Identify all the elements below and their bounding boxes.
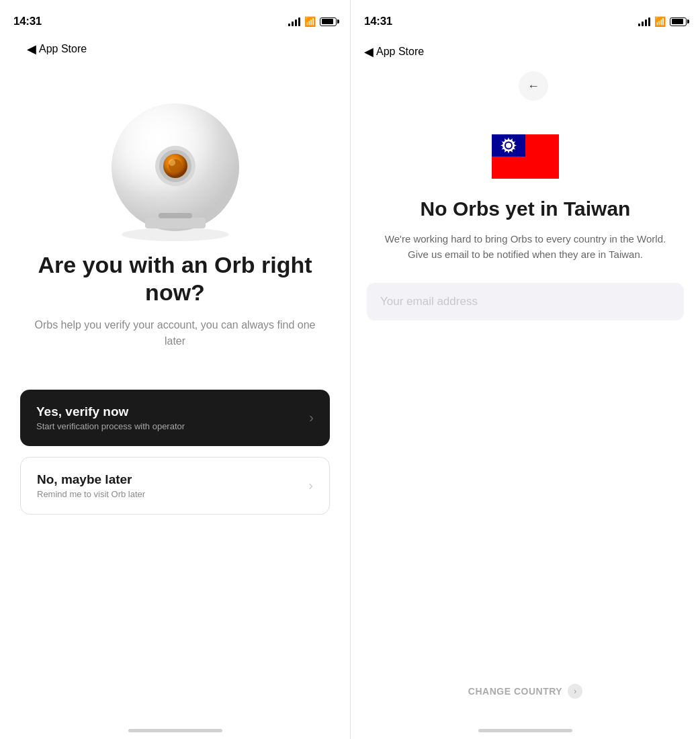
back-arrow-left: ◀ bbox=[27, 42, 36, 56]
back-nav-left[interactable]: ◀ App Store bbox=[13, 36, 87, 56]
orb-image-container bbox=[81, 97, 269, 245]
orb-svg bbox=[91, 100, 259, 241]
right-panel: 14:31 📶 ◀ App Store ← bbox=[350, 0, 700, 739]
time-left: 14:31 bbox=[13, 15, 42, 28]
left-subtitle: Orbs help you verify your account, you c… bbox=[0, 317, 350, 349]
nav-back-area-left: ◀ App Store bbox=[0, 36, 350, 56]
signal-icon-right bbox=[638, 17, 650, 26]
status-bar-left: 14:31 📶 bbox=[0, 0, 350, 36]
change-country-label: CHANGE COUNTRY bbox=[468, 686, 562, 697]
verify-now-button[interactable]: Yes, verify now Start verification proce… bbox=[20, 390, 330, 446]
status-bar-right: 14:31 📶 bbox=[351, 0, 700, 36]
svg-point-26 bbox=[506, 143, 511, 148]
email-input[interactable] bbox=[380, 295, 670, 308]
verify-chevron-icon: › bbox=[309, 410, 314, 425]
back-label-left: App Store bbox=[39, 43, 87, 55]
status-icons-left: 📶 bbox=[288, 16, 337, 27]
buttons-area: Yes, verify now Start verification proce… bbox=[0, 390, 350, 515]
right-main-title: No Orbs yet in Taiwan bbox=[400, 198, 651, 220]
later-chevron-icon: › bbox=[308, 478, 313, 493]
verify-now-desc: Start verification process with operator bbox=[36, 421, 185, 431]
taiwan-flag bbox=[492, 134, 559, 179]
back-nav-right[interactable]: ◀ App Store bbox=[364, 39, 687, 59]
status-icons-right: 📶 bbox=[638, 16, 687, 27]
svg-rect-9 bbox=[159, 213, 192, 218]
flag-svg bbox=[492, 134, 559, 179]
home-indicator-left bbox=[128, 729, 222, 732]
signal-icon-left bbox=[288, 17, 300, 26]
later-desc: Remind me to visit Orb later bbox=[37, 489, 145, 499]
left-main-title: Are you with an Orb right now? bbox=[0, 251, 350, 306]
back-arrow-right: ◀ bbox=[364, 44, 374, 59]
left-panel: 14:31 📶 ◀ App Store bbox=[0, 0, 350, 739]
svg-rect-3 bbox=[145, 218, 206, 228]
verify-now-title: Yes, verify now bbox=[36, 404, 185, 419]
change-country-chevron-icon: › bbox=[568, 684, 582, 699]
time-right: 14:31 bbox=[364, 15, 392, 28]
svg-point-8 bbox=[169, 159, 175, 166]
wifi-icon-left: 📶 bbox=[304, 16, 316, 27]
back-circle-button[interactable]: ← bbox=[519, 71, 548, 101]
battery-icon-right bbox=[670, 17, 687, 26]
back-label-right: App Store bbox=[376, 46, 424, 58]
home-indicator-right bbox=[478, 729, 572, 732]
back-circle-arrow-icon: ← bbox=[527, 79, 539, 93]
later-title: No, maybe later bbox=[37, 472, 145, 487]
maybe-later-button[interactable]: No, maybe later Remind me to visit Orb l… bbox=[20, 457, 330, 515]
right-subtitle: We're working hard to bring Orbs to ever… bbox=[351, 231, 700, 263]
change-country-button[interactable]: CHANGE COUNTRY › bbox=[468, 684, 582, 699]
email-input-container[interactable] bbox=[367, 283, 684, 320]
wifi-icon-right: 📶 bbox=[654, 16, 666, 27]
battery-icon-left bbox=[320, 17, 337, 26]
